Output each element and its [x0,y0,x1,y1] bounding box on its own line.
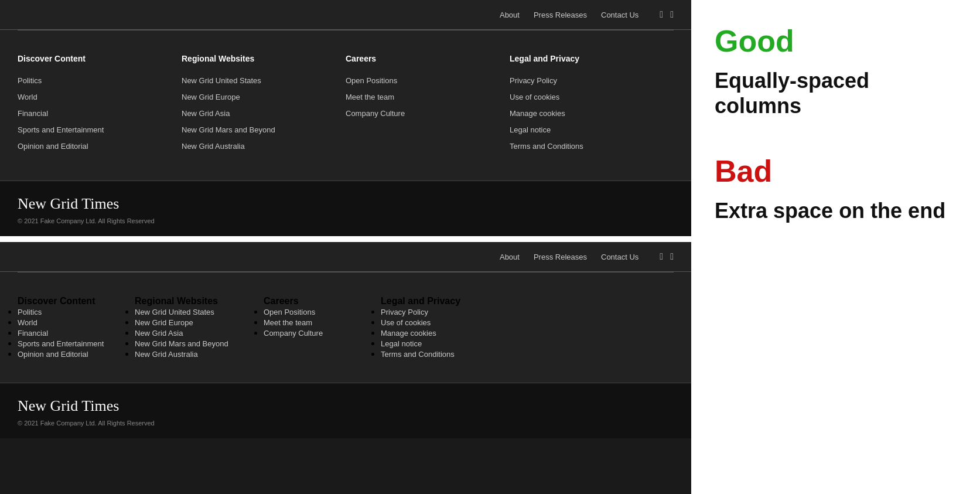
good-col-discover: Discover Content Politics World Financia… [18,54,182,157]
list-item[interactable]: Legal notice [381,338,674,349]
list-item[interactable]: Financial [18,328,135,338]
bad-discover-list: Politics World Financial Sports and Ente… [18,306,135,359]
list-item[interactable]: New Grid Europe [182,91,346,102]
list-item[interactable]: Company Culture [264,328,381,338]
good-legal-list: Privacy Policy Use of cookies Manage coo… [510,75,674,151]
list-item[interactable]: Politics [18,75,182,86]
bad-social-icons:   [660,251,674,262]
good-careers-heading: Careers [346,54,510,63]
good-nav-bar: About Press Releases Contact Us   [0,0,691,30]
bad-regional-heading: Regional Websites [135,296,264,306]
bad-twitter-icon[interactable]:  [670,251,674,262]
bad-nav-bar: About Press Releases Contact Us   [0,242,691,272]
list-item[interactable]: Opinion and Editorial [18,349,135,359]
list-item[interactable]: Meet the team [346,91,510,102]
bad-discover-heading: Discover Content [18,296,135,306]
list-item[interactable]: Manage cookies [510,108,674,118]
list-item[interactable]: New Grid Australia [182,141,346,151]
section-gap [0,236,691,242]
bad-footer-columns: Discover Content Politics World Financia… [0,272,691,383]
bad-description: Extra space on the end [715,198,957,223]
bad-col-legal: Legal and Privacy Privacy Policy Use of … [381,296,674,359]
bad-legal-list: Privacy Policy Use of cookies Manage coo… [381,306,674,359]
bad-footer: About Press Releases Contact Us   Disc… [0,242,691,438]
bad-regional-list: New Grid United States New Grid Europe N… [135,306,264,359]
list-item[interactable]: Opinion and Editorial [18,141,182,151]
good-nav-contact[interactable]: Contact Us [601,11,638,19]
bad-nav-about[interactable]: About [500,253,520,261]
list-item[interactable]: World [18,317,135,328]
bad-facebook-icon[interactable]:  [660,251,663,262]
list-item[interactable]: New Grid Mars and Beyond [135,338,264,349]
list-item[interactable]: Terms and Conditions [381,349,674,359]
list-item[interactable]: Sports and Entertainment [18,124,182,135]
list-item[interactable]: Legal notice [510,124,674,135]
list-item[interactable]: New Grid United States [182,75,346,86]
bad-nav-contact[interactable]: Contact Us [601,253,638,261]
good-facebook-icon[interactable]:  [660,9,663,20]
good-label: Good [715,23,957,59]
bad-careers-list: Open Positions Meet the team Company Cul… [264,306,381,338]
good-regional-heading: Regional Websites [182,54,346,63]
list-item[interactable]: Financial [18,108,182,118]
list-item[interactable]: New Grid Asia [135,328,264,338]
list-item[interactable]: Terms and Conditions [510,141,674,151]
bad-copyright: © 2021 Fake Company Ltd. All Rights Rese… [18,420,674,427]
list-item[interactable]: New Grid Australia [135,349,264,359]
good-social-icons:   [660,9,674,20]
bad-brand-bar: New Grid Times © 2021 Fake Company Ltd. … [0,383,691,438]
good-regional-list: New Grid United States New Grid Europe N… [182,75,346,151]
good-twitter-icon[interactable]:  [670,9,674,20]
good-careers-list: Open Positions Meet the team Company Cul… [346,75,510,118]
list-item[interactable]: Privacy Policy [381,306,674,317]
good-discover-heading: Discover Content [18,54,182,63]
good-col-legal: Legal and Privacy Privacy Policy Use of … [510,54,674,157]
list-item[interactable]: New Grid Europe [135,317,264,328]
bad-col-discover: Discover Content Politics World Financia… [18,296,135,359]
left-panel: About Press Releases Contact Us   Disc… [0,0,691,494]
list-item[interactable]: Politics [18,306,135,317]
good-discover-list: Politics World Financial Sports and Ente… [18,75,182,151]
bad-careers-heading: Careers [264,296,381,306]
right-panel: Good Equally-spaced columns Bad Extra sp… [691,0,980,494]
bad-col-careers: Careers Open Positions Meet the team Com… [264,296,381,359]
list-item[interactable]: Use of cookies [510,91,674,102]
bad-brand-logo: New Grid Times [18,397,674,415]
bad-nav-press[interactable]: Press Releases [534,253,587,261]
good-description: Equally-spaced columns [715,68,957,118]
bad-legal-heading: Legal and Privacy [381,296,674,306]
good-nav-press[interactable]: Press Releases [534,11,587,19]
good-col-regional: Regional Websites New Grid United States… [182,54,346,157]
list-item[interactable]: New Grid United States [135,306,264,317]
good-footer: About Press Releases Contact Us   Disc… [0,0,691,236]
list-item[interactable]: New Grid Asia [182,108,346,118]
good-brand-bar: New Grid Times © 2021 Fake Company Ltd. … [0,180,691,236]
good-legal-heading: Legal and Privacy [510,54,674,63]
list-item[interactable]: Meet the team [264,317,381,328]
list-item[interactable]: Open Positions [264,306,381,317]
list-item[interactable]: World [18,91,182,102]
good-nav-about[interactable]: About [500,11,520,19]
bad-col-regional: Regional Websites New Grid United States… [135,296,264,359]
good-footer-columns: Discover Content Politics World Financia… [0,30,691,180]
list-item[interactable]: Company Culture [346,108,510,118]
list-item[interactable]: Sports and Entertainment [18,338,135,349]
list-item[interactable]: Use of cookies [381,317,674,328]
list-item[interactable]: Open Positions [346,75,510,86]
bad-label: Bad [715,154,957,189]
good-col-careers: Careers Open Positions Meet the team Com… [346,54,510,157]
good-brand-logo: New Grid Times [18,195,674,213]
list-item[interactable]: New Grid Mars and Beyond [182,124,346,135]
good-copyright: © 2021 Fake Company Ltd. All Rights Rese… [18,217,674,224]
list-item[interactable]: Privacy Policy [510,75,674,86]
list-item[interactable]: Manage cookies [381,328,674,338]
